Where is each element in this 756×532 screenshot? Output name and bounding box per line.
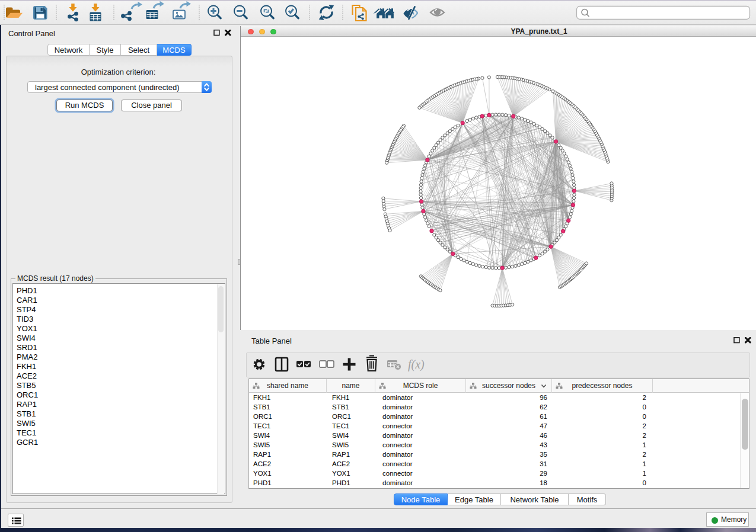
svg-text:f(x): f(x) <box>408 358 425 371</box>
